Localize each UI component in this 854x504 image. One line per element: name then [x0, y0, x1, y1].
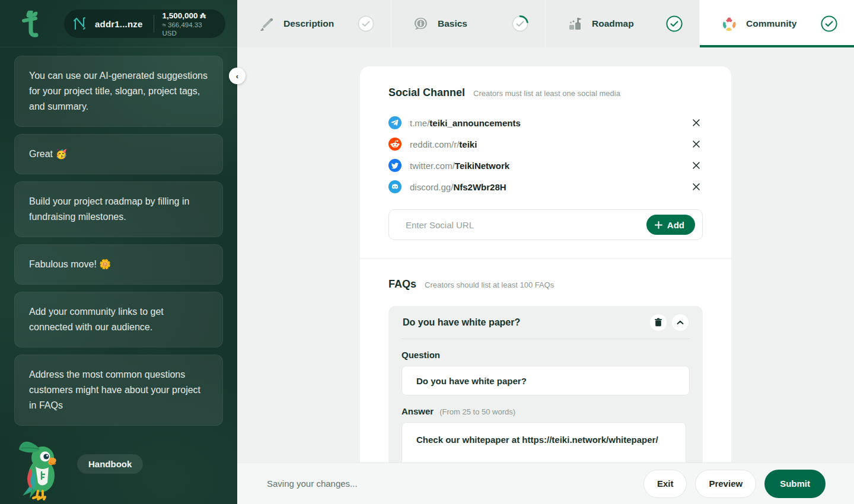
remove-channel-button[interactable]	[690, 159, 703, 172]
tab-basics[interactable]: Basics	[391, 0, 546, 47]
progress-check-complete-icon	[666, 15, 683, 32]
trash-icon	[654, 318, 662, 327]
exit-button[interactable]: Exit	[643, 470, 687, 498]
add-button-label: Add	[667, 220, 684, 230]
answer-textarea[interactable]: Check our whitepaper at https://teiki.ne…	[401, 422, 686, 462]
discord-icon	[388, 180, 401, 193]
social-channel-row: reddit.com/r/teiki	[388, 133, 703, 155]
tab-label: Community	[746, 18, 796, 29]
remove-channel-button[interactable]	[690, 138, 703, 151]
social-url-input[interactable]	[406, 220, 639, 230]
collapse-faq-button[interactable]	[672, 314, 689, 331]
progress-check-partial-icon	[512, 15, 528, 32]
tab-description[interactable]: Description	[237, 0, 391, 47]
remove-channel-button[interactable]	[690, 116, 703, 129]
submit-button[interactable]: Submit	[764, 470, 826, 498]
wallet-ada-balance: 1,500,000 ₳	[162, 11, 216, 21]
add-social-button[interactable]: Add	[646, 215, 695, 235]
answer-hint: (From 25 to 50 words)	[439, 407, 515, 416]
progress-check-complete-icon	[821, 15, 837, 32]
remove-channel-button[interactable]	[690, 180, 703, 193]
chevron-up-icon	[677, 320, 684, 325]
tab-label: Description	[283, 18, 334, 29]
pencil-icon	[259, 16, 275, 32]
tab-community[interactable]: Community	[700, 0, 854, 47]
sidebar: addr1...nze 1,500,000 ₳ ≈ 366,494.33 USD…	[0, 0, 237, 504]
delete-faq-button[interactable]	[650, 314, 667, 331]
wallet-address: addr1...nze	[95, 19, 143, 29]
section-divider	[360, 258, 731, 259]
parrot-mascot	[15, 432, 65, 502]
social-channel-url: t.me/teiki_announcements	[410, 118, 521, 128]
wallet-pill[interactable]: addr1...nze 1,500,000 ₳ ≈ 366,494.33 USD	[64, 9, 225, 38]
tab-label: Roadmap	[592, 18, 634, 29]
chevron-left-icon: ‹	[236, 72, 238, 81]
assistant-message-bubble: Address the most common questions custom…	[14, 355, 223, 426]
nami-wallet-icon	[72, 16, 88, 31]
wallet-divider	[154, 15, 154, 33]
question-label: Question	[401, 350, 690, 360]
twitter-icon	[388, 159, 401, 172]
social-channel-list: t.me/teiki_announcements	[388, 112, 703, 197]
assistant-message-bubble: Fabulous move! 🌼	[14, 244, 223, 285]
social-channel-row: t.me/teiki_announcements	[388, 112, 703, 133]
social-channel-helper: Creators must list at least one social m…	[473, 89, 620, 98]
main-content: Social Channel Creators must list at lea…	[237, 47, 854, 462]
assistant-message-bubble: Great 🥳	[14, 134, 223, 174]
wallet-usd-balance: ≈ 366,494.33 USD	[162, 21, 216, 37]
milestones-icon	[567, 16, 583, 32]
social-channel-row: discord.gg/Nfs2Wbr28H	[388, 176, 703, 197]
footer-bar: Saving your changes... Exit Preview Subm…	[237, 462, 854, 504]
social-url-input-row: Add	[388, 209, 703, 240]
faq-item-card: Do you have white paper?	[388, 306, 703, 462]
faqs-helper: Creators should list at least 100 FAQs	[425, 280, 554, 289]
tab-label: Basics	[438, 18, 467, 29]
reddit-icon	[388, 138, 401, 151]
community-icon	[721, 16, 737, 32]
sidebar-collapse-button[interactable]: ‹	[229, 68, 246, 84]
assistant-message-bubble: Add your community links to get connecte…	[14, 292, 223, 347]
teiki-logo-icon	[20, 11, 42, 38]
assistant-messages: You can use our AI-generated suggestions…	[14, 56, 223, 433]
tab-roadmap[interactable]: Roadmap	[546, 0, 700, 47]
telegram-icon	[388, 116, 401, 129]
plus-icon	[655, 221, 662, 229]
info-bubble-icon	[413, 16, 429, 32]
question-input[interactable]: Do you have white paper?	[401, 366, 690, 395]
social-channel-row: twitter.com/TeikiNetwork	[388, 155, 703, 176]
handbook-label: Handbook	[88, 459, 132, 469]
save-status-text: Saving your changes...	[267, 479, 358, 489]
preview-button[interactable]: Preview	[695, 470, 756, 498]
assistant-message-bubble: Build your project roadmap by filling in…	[14, 181, 223, 237]
faq-item-title: Do you have white paper?	[403, 317, 520, 328]
progress-check-empty-icon	[358, 15, 374, 32]
faq-header-divider	[401, 339, 690, 339]
handbook-button[interactable]: Handbook	[77, 454, 143, 474]
wizard-tabbar: Description Basics	[237, 0, 854, 47]
social-channel-title: Social Channel	[388, 87, 465, 99]
faqs-title: FAQs	[388, 278, 416, 291]
assistant-message-bubble: You can use our AI-generated suggestions…	[14, 56, 223, 127]
answer-label: Answer	[401, 406, 434, 416]
social-channel-url: discord.gg/Nfs2Wbr28H	[410, 182, 506, 192]
social-channel-url: twitter.com/TeikiNetwork	[410, 161, 509, 171]
social-channel-url: reddit.com/r/teiki	[410, 139, 477, 149]
sidebar-header: addr1...nze 1,500,000 ₳ ≈ 366,494.33 USD	[0, 0, 237, 47]
community-form-card: Social Channel Creators must list at lea…	[360, 66, 731, 462]
